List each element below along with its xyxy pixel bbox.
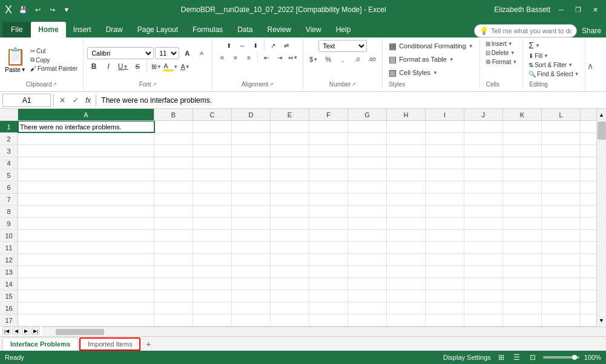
col-header-h[interactable]: H	[387, 109, 426, 120]
cell-e2[interactable]	[271, 133, 309, 145]
collapse-ribbon-button[interactable]: ∧	[585, 39, 595, 90]
cell-a6[interactable]	[18, 181, 154, 193]
row-number-10[interactable]: 10	[0, 230, 18, 241]
cell-l10[interactable]	[542, 230, 581, 241]
cell-h8[interactable]	[387, 206, 426, 217]
cell-j3[interactable]	[464, 145, 503, 157]
cell-b11[interactable]	[154, 242, 193, 253]
decrease-decimal-button[interactable]: .00	[365, 53, 378, 65]
undo-button[interactable]: ↩	[31, 4, 44, 16]
cell-g3[interactable]	[348, 145, 387, 157]
autosum-button[interactable]: Σ ▼	[527, 40, 581, 51]
cell-a1[interactable]: There were no interface problems.	[18, 121, 154, 132]
cell-g15[interactable]	[348, 290, 387, 302]
cell-e13[interactable]	[271, 266, 309, 278]
cell-d2[interactable]	[232, 133, 271, 145]
cell-k9[interactable]	[503, 218, 542, 229]
number-format-select[interactable]: Text General Number Currency	[318, 40, 367, 52]
sort-filter-button[interactable]: ⇅ Sort & Filter ▼	[527, 61, 581, 69]
cell-j12[interactable]	[464, 254, 503, 265]
cell-e3[interactable]	[271, 145, 309, 157]
cell-g11[interactable]	[348, 242, 387, 253]
cell-e4[interactable]	[271, 157, 309, 169]
cell-l5[interactable]	[542, 169, 581, 181]
cell-styles-button[interactable]: ▧ Cell Styles ▼	[386, 67, 476, 79]
cell-e16[interactable]	[271, 302, 309, 314]
cell-d13[interactable]	[232, 266, 271, 278]
share-button[interactable]: Share	[582, 27, 601, 35]
cell-k15[interactable]	[503, 290, 542, 302]
add-sheet-button[interactable]: +	[142, 337, 155, 351]
cell-d15[interactable]	[232, 290, 271, 302]
cell-i5[interactable]	[426, 169, 464, 181]
cell-i4[interactable]	[426, 157, 464, 169]
tell-me-input[interactable]	[491, 27, 571, 34]
cell-k16[interactable]	[503, 302, 542, 314]
merge-cells-button[interactable]: ⇔▼	[287, 52, 299, 63]
sheet-tab-interface-problems[interactable]: Interface Problems	[2, 337, 78, 351]
tab-review[interactable]: Review	[260, 22, 298, 37]
cell-b1[interactable]	[154, 121, 193, 132]
font-size-select[interactable]: 11	[155, 47, 179, 59]
cell-k17[interactable]	[503, 314, 542, 326]
format-table-arrow[interactable]: ▼	[449, 57, 454, 62]
find-select-button[interactable]: 🔍 Find & Select ▼	[527, 70, 581, 78]
zoom-slider[interactable]	[543, 356, 579, 359]
cell-i13[interactable]	[426, 266, 464, 278]
tab-formulas[interactable]: Formulas	[185, 22, 230, 37]
cell-reference-box[interactable]	[2, 94, 51, 107]
comma-format-button[interactable]: ,	[336, 53, 349, 65]
col-header-f[interactable]: F	[309, 109, 348, 120]
row-number-9[interactable]: 9	[0, 218, 18, 229]
cell-i7[interactable]	[426, 193, 464, 205]
align-bottom-button[interactable]: ⬇	[249, 40, 262, 51]
increase-decimal-button[interactable]: .0	[351, 53, 364, 65]
cell-k3[interactable]	[503, 145, 542, 157]
cell-d7[interactable]	[232, 193, 271, 205]
row-number-1[interactable]: 1	[0, 121, 18, 132]
cell-c13[interactable]	[193, 266, 232, 278]
cell-b4[interactable]	[154, 157, 193, 169]
cell-f16[interactable]	[309, 302, 348, 314]
cell-h11[interactable]	[387, 242, 426, 253]
cell-b17[interactable]	[154, 314, 193, 326]
cell-k14[interactable]	[503, 278, 542, 290]
delete-cells-button[interactable]: ⊟ Delete ▼	[484, 49, 519, 57]
cell-k8[interactable]	[503, 206, 542, 217]
cell-styles-arrow[interactable]: ▼	[433, 70, 438, 76]
cell-e11[interactable]	[271, 242, 309, 253]
tab-home[interactable]: Home	[31, 22, 65, 37]
cell-g2[interactable]	[348, 133, 387, 145]
tab-data[interactable]: Data	[230, 22, 260, 37]
tell-me-search[interactable]: 💡	[474, 24, 577, 37]
cell-k1[interactable]	[503, 121, 542, 132]
row-number-16[interactable]: 16	[0, 302, 18, 314]
format-painter-button[interactable]: 🖌 Format Painter	[28, 65, 79, 73]
cell-d12[interactable]	[232, 254, 271, 265]
cell-g17[interactable]	[348, 314, 387, 326]
cell-j13[interactable]	[464, 266, 503, 278]
col-header-k[interactable]: K	[503, 109, 542, 120]
cell-i10[interactable]	[426, 230, 464, 241]
conditional-formatting-button[interactable]: ▦ Conditional Formatting ▼	[386, 40, 476, 52]
paste-button[interactable]: 📋 Paste ▼	[4, 45, 27, 74]
cell-h16[interactable]	[387, 302, 426, 314]
row-number-7[interactable]: 7	[0, 193, 18, 205]
cell-c3[interactable]	[193, 145, 232, 157]
bold-button[interactable]: B	[87, 60, 100, 73]
cell-f11[interactable]	[309, 242, 348, 253]
cell-b12[interactable]	[154, 254, 193, 265]
redo-button[interactable]: ↪	[46, 4, 58, 16]
cell-k2[interactable]	[503, 133, 542, 145]
cell-h2[interactable]	[387, 133, 426, 145]
cell-i2[interactable]	[426, 133, 464, 145]
cell-j10[interactable]	[464, 230, 503, 241]
cell-j4[interactable]	[464, 157, 503, 169]
cell-e17[interactable]	[271, 314, 309, 326]
cell-f2[interactable]	[309, 133, 348, 145]
cond-format-arrow[interactable]: ▼	[469, 44, 473, 49]
cell-l15[interactable]	[542, 290, 581, 302]
cell-a5[interactable]	[18, 169, 154, 181]
save-button[interactable]: 💾	[17, 4, 29, 16]
cell-d5[interactable]	[232, 169, 271, 181]
